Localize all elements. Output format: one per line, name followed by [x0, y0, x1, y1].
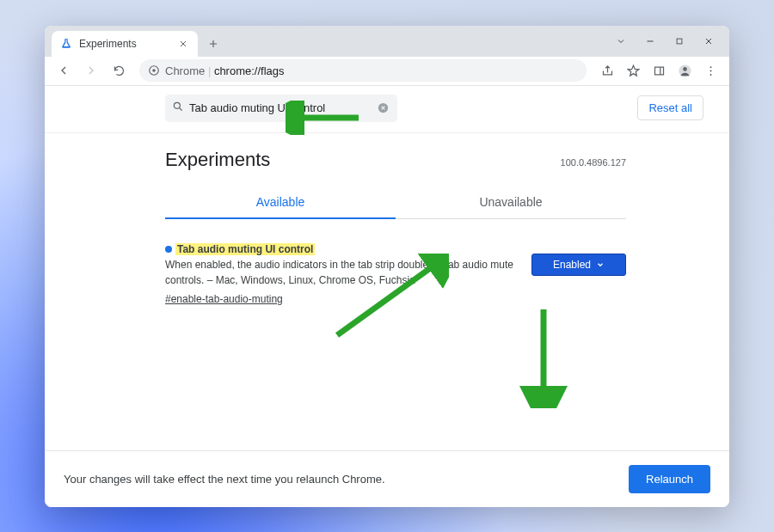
caret-down-icon[interactable]: [609, 31, 633, 52]
browser-tab[interactable]: Experiments: [52, 31, 198, 57]
menu-icon[interactable]: [698, 58, 722, 83]
chrome-icon: [148, 64, 160, 76]
flags-search-input[interactable]: [189, 101, 372, 114]
chrome-version: 100.0.4896.127: [561, 157, 626, 168]
flag-row: Tab audio muting UI control When enabled…: [165, 242, 626, 307]
page-heading: Experiments: [165, 149, 270, 171]
flags-search-box[interactable]: [165, 95, 397, 122]
flag-hash-link[interactable]: #enable-tab-audio-muting: [165, 291, 283, 307]
close-button[interactable]: [697, 31, 721, 52]
svg-rect-3: [654, 67, 663, 75]
reset-all-button[interactable]: Reset all: [637, 95, 703, 120]
address-bar[interactable]: Chrome | chrome://flags: [139, 59, 587, 82]
relaunch-button[interactable]: Relaunch: [629, 465, 710, 493]
relaunch-bar: Your changes will take effect the next t…: [45, 450, 729, 507]
tab-strip: Experiments: [45, 26, 729, 57]
browser-window: Experiments Chrome | chrome://flags: [45, 26, 729, 507]
clear-icon[interactable]: [377, 101, 390, 115]
svg-point-6: [710, 66, 711, 68]
page-content: Reset all Experiments 100.0.4896.127 Ava…: [45, 86, 729, 507]
reload-button[interactable]: [107, 58, 131, 83]
new-tab-button[interactable]: [201, 32, 225, 56]
svg-point-7: [710, 70, 711, 71]
maximize-button[interactable]: [667, 31, 691, 52]
chevron-down-icon: [596, 260, 605, 269]
flags-tabs: Available Unavailable: [165, 187, 626, 219]
svg-point-9: [174, 102, 180, 108]
forward-button[interactable]: [79, 58, 103, 83]
svg-point-2: [152, 69, 156, 72]
tab-available[interactable]: Available: [165, 187, 396, 219]
sidepanel-icon[interactable]: [647, 58, 671, 83]
tab-close-icon[interactable]: [177, 38, 189, 50]
dropdown-value: Enabled: [553, 259, 591, 271]
toolbar: Chrome | chrome://flags: [45, 57, 729, 86]
profile-icon[interactable]: [673, 58, 697, 83]
flags-topbar: Reset all: [45, 86, 729, 133]
bookmark-icon[interactable]: [621, 58, 645, 83]
svg-rect-0: [677, 39, 682, 44]
annotation-arrow: [518, 305, 569, 408]
minimize-button[interactable]: [638, 31, 662, 52]
search-icon: [172, 101, 184, 116]
flag-state-dropdown[interactable]: Enabled: [531, 254, 626, 276]
flag-title: Tab audio muting UI control: [175, 243, 315, 255]
svg-point-8: [710, 73, 711, 75]
url-text: Chrome | chrome://flags: [165, 64, 285, 77]
svg-point-5: [683, 67, 687, 71]
share-icon[interactable]: [595, 58, 619, 83]
back-button[interactable]: [52, 58, 76, 83]
flag-description: When enabled, the audio indicators in th…: [165, 259, 513, 286]
tab-unavailable[interactable]: Unavailable: [396, 187, 626, 218]
flask-icon: [60, 38, 72, 50]
window-controls: [609, 31, 721, 52]
relaunch-message: Your changes will take effect the next t…: [64, 473, 385, 486]
bullet-icon: [165, 246, 172, 253]
tab-title: Experiments: [79, 38, 170, 50]
